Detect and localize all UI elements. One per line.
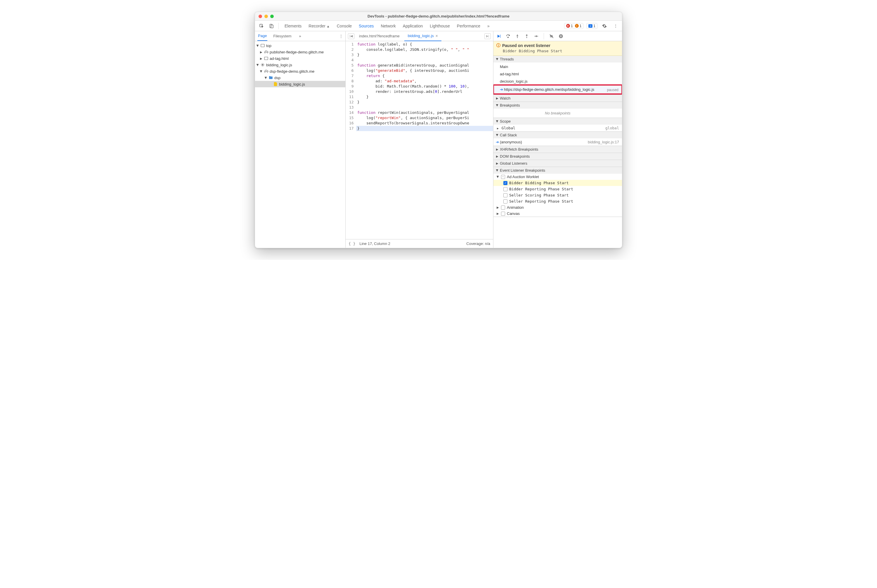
editor-column: |◀ index.html?fencedframe bidding_logic.… bbox=[346, 31, 493, 248]
svg-point-5 bbox=[262, 64, 263, 65]
sidebar-tab-page[interactable]: Page bbox=[257, 31, 267, 41]
adw-checkbox[interactable]: − bbox=[501, 175, 505, 179]
ad-auction-worklet-row[interactable]: ▶−Ad Auction Worklet bbox=[493, 174, 622, 180]
deactivate-breakpoints-icon[interactable] bbox=[549, 33, 555, 39]
tab-recorder[interactable]: Recorder ▲ bbox=[308, 21, 329, 31]
tab-console[interactable]: Console bbox=[337, 21, 352, 31]
xhr-header[interactable]: ▶XHR/fetch Breakpoints bbox=[493, 146, 622, 153]
tab-lighthouse[interactable]: Lighthouse bbox=[430, 21, 450, 31]
paused-title: Paused on event listener bbox=[502, 43, 551, 48]
svg-rect-13 bbox=[561, 35, 561, 37]
main-tabs: Elements Recorder ▲ Console Sources Netw… bbox=[284, 21, 490, 31]
anim-checkbox[interactable] bbox=[501, 206, 505, 210]
callstack-row[interactable]: ➔(anonymous)bidding_logic.js:17 bbox=[493, 138, 622, 146]
sidebar-menu-icon[interactable]: ⋮ bbox=[339, 34, 343, 38]
evt-row-2[interactable]: Seller Scoring Phase Start bbox=[493, 192, 622, 198]
editor-nav-back-icon[interactable]: |◀ bbox=[348, 33, 354, 39]
device-toggle-icon[interactable] bbox=[267, 22, 275, 30]
messages-badge[interactable]: ≡1 bbox=[586, 23, 597, 29]
kebab-menu-icon[interactable]: ⋮ bbox=[611, 22, 620, 30]
svg-point-8 bbox=[517, 37, 518, 38]
canvas-checkbox[interactable] bbox=[501, 212, 505, 216]
sidebar-tabs: Page Filesystem » ⋮ bbox=[255, 31, 345, 41]
animation-row[interactable]: ▶Animation bbox=[493, 204, 622, 210]
tab-performance[interactable]: Performance bbox=[457, 21, 480, 31]
editor-tab-index[interactable]: index.html?fencedframe bbox=[355, 32, 403, 40]
evt-row-3[interactable]: Seller Reporting Phase Start bbox=[493, 198, 622, 204]
sidebar-tab-filesystem[interactable]: Filesystem bbox=[272, 32, 292, 40]
tree-top[interactable]: ▶top bbox=[255, 42, 345, 49]
callstack-header[interactable]: ▶Call Stack bbox=[493, 132, 622, 138]
coverage-label: Coverage: n/a bbox=[466, 242, 490, 246]
step-over-icon[interactable] bbox=[505, 33, 511, 39]
badges: ✕1 !1 ≡1 ⋮ bbox=[564, 22, 620, 30]
svg-point-9 bbox=[527, 37, 527, 38]
inspect-element-icon[interactable] bbox=[257, 22, 266, 30]
evt-checkbox[interactable] bbox=[503, 200, 507, 204]
step-into-icon[interactable] bbox=[514, 33, 520, 39]
tab-sources[interactable]: Sources bbox=[359, 21, 374, 31]
code-content[interactable]: function log(label, o) { console.log(lab… bbox=[356, 41, 493, 239]
editor-nav-fwd-icon[interactable]: ▶| bbox=[484, 33, 491, 39]
breakpoints-header[interactable]: ▶Breakpoints bbox=[493, 102, 622, 109]
debug-panel: ⓘPaused on event listener Bidder Bidding… bbox=[493, 31, 622, 248]
threads-header[interactable]: ▶Threads bbox=[493, 56, 622, 63]
pause-exceptions-icon[interactable] bbox=[558, 33, 564, 39]
evt-row-0[interactable]: ✓Bidder Bidding Phase Start bbox=[493, 180, 622, 186]
no-breakpoints-label: No breakpoints bbox=[493, 109, 622, 118]
svg-point-7 bbox=[508, 37, 508, 38]
devtools-window: DevTools - publisher-fledge-demo.glitch.… bbox=[255, 12, 622, 248]
tree-ad-tag[interactable]: ▶ad-tag.html bbox=[255, 55, 345, 62]
elb-header[interactable]: ▶Event Listener Breakpoints bbox=[493, 167, 622, 174]
evt-row-1[interactable]: Bidder Reporting Phase Start bbox=[493, 186, 622, 192]
svg-point-11 bbox=[559, 34, 563, 38]
settings-icon[interactable] bbox=[600, 22, 609, 30]
tree-dsp-domain[interactable]: ▶dsp-fledge-demo.glitch.me bbox=[255, 68, 345, 75]
cursor-position: Line 17, Column 2 bbox=[360, 242, 390, 246]
errors-badge[interactable]: ✕1 !1 bbox=[564, 23, 584, 29]
thread-decision[interactable]: decision_logic.js bbox=[493, 78, 622, 85]
svg-rect-4 bbox=[265, 57, 268, 60]
scope-header[interactable]: ▶Scope bbox=[493, 118, 622, 124]
dom-header[interactable]: ▶DOM Breakpoints bbox=[493, 153, 622, 160]
resume-icon[interactable] bbox=[496, 33, 502, 39]
window-title: DevTools - publisher-fledge-demo.glitch.… bbox=[255, 14, 622, 18]
tab-network[interactable]: Network bbox=[381, 21, 396, 31]
main-tabbar: Elements Recorder ▲ Console Sources Netw… bbox=[255, 21, 622, 31]
svg-rect-2 bbox=[271, 25, 273, 28]
svg-rect-3 bbox=[261, 44, 265, 47]
tab-application[interactable]: Application bbox=[403, 21, 423, 31]
main-area: Page Filesystem » ⋮ ▶top ▶publisher-fled… bbox=[255, 31, 622, 248]
thread-main[interactable]: Main bbox=[493, 63, 622, 70]
thread-adtag[interactable]: ad-tag.html bbox=[493, 70, 622, 78]
paused-subtitle: Bidder Bidding Phase Start bbox=[503, 49, 619, 53]
close-tab-icon[interactable]: × bbox=[436, 34, 438, 38]
scope-global-row[interactable]: ▶ Globalglobal bbox=[493, 124, 622, 131]
editor-tab-bidding[interactable]: bidding_logic.js× bbox=[404, 31, 441, 41]
evt-checkbox[interactable]: ✓ bbox=[503, 181, 507, 185]
tab-elements[interactable]: Elements bbox=[284, 21, 301, 31]
tree-bidding-file[interactable]: bidding_logic.js bbox=[255, 81, 345, 87]
evt-checkbox[interactable] bbox=[503, 193, 507, 197]
titlebar: DevTools - publisher-fledge-demo.glitch.… bbox=[255, 12, 622, 21]
watch-header[interactable]: ▶Watch bbox=[493, 95, 622, 102]
editor-tabs: |◀ index.html?fencedframe bidding_logic.… bbox=[346, 31, 493, 41]
svg-point-10 bbox=[537, 36, 538, 36]
sidebar: Page Filesystem » ⋮ ▶top ▶publisher-fled… bbox=[255, 31, 346, 248]
tree-publisher-domain[interactable]: ▶publisher-fledge-demo.glitch.me bbox=[255, 49, 345, 55]
paused-banner: ⓘPaused on event listener Bidder Bidding… bbox=[493, 41, 622, 56]
evt-checkbox[interactable] bbox=[503, 187, 507, 191]
gl-header[interactable]: ▶Global Listeners bbox=[493, 160, 622, 167]
svg-rect-12 bbox=[560, 35, 561, 37]
format-icon[interactable]: { } bbox=[349, 242, 355, 246]
gutter: 1234567891011121314151617 bbox=[346, 41, 356, 239]
tree-bidding-root[interactable]: ▶bidding_logic.js bbox=[255, 62, 345, 68]
more-tabs-icon[interactable]: » bbox=[487, 21, 490, 31]
tree-dsp-folder[interactable]: ▶dsp bbox=[255, 75, 345, 81]
code-area[interactable]: 1234567891011121314151617 function log(l… bbox=[346, 41, 493, 239]
step-out-icon[interactable] bbox=[524, 33, 530, 39]
canvas-row[interactable]: ▶Canvas bbox=[493, 210, 622, 217]
sidebar-more-icon[interactable]: » bbox=[299, 34, 301, 38]
thread-bidding-paused[interactable]: ➔https://dsp-fledge-demo.glitch.me/dsp/b… bbox=[493, 85, 622, 94]
step-icon[interactable] bbox=[533, 33, 539, 39]
